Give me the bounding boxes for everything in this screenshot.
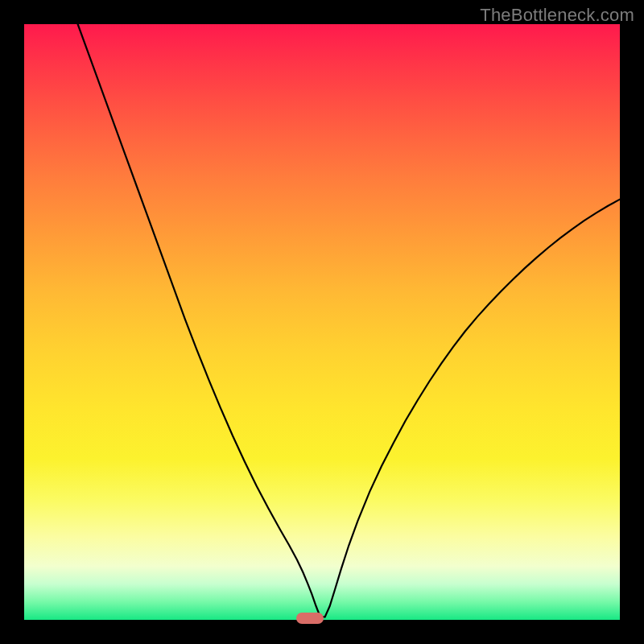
curve-path — [78, 24, 620, 617]
plot-area — [24, 24, 620, 620]
bottleneck-curve — [24, 24, 620, 620]
optimum-marker — [296, 613, 324, 624]
watermark-text: TheBottleneck.com — [480, 5, 634, 26]
